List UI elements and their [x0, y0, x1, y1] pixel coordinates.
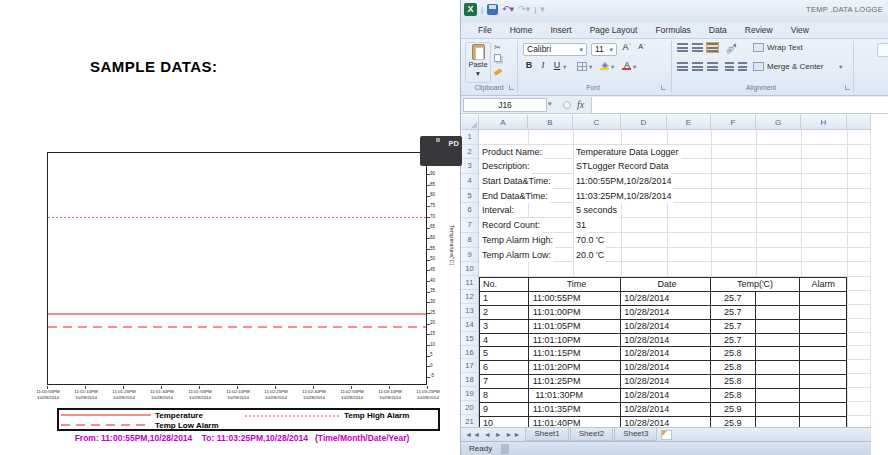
orientation-button[interactable]: ab▾ — [724, 41, 739, 56]
cell-time[interactable]: 11:01:15PM — [529, 347, 622, 360]
row-header[interactable]: 17 — [461, 359, 479, 373]
ribbon-tab[interactable]: Data — [700, 23, 736, 38]
row-header[interactable]: 12 — [461, 290, 479, 304]
insert-worksheet-icon[interactable] — [661, 430, 672, 440]
table-row[interactable]: 5 11:01:15PM 10/28/2014 25.8 — [480, 347, 846, 361]
cell-alarm[interactable] — [800, 389, 846, 402]
cell-time[interactable]: 11:01:00PM — [529, 306, 622, 319]
cell-time[interactable]: 11:01:30PM — [529, 389, 622, 402]
column-header[interactable]: B — [528, 115, 573, 130]
cell-date[interactable]: 10/28/2014 — [621, 334, 711, 347]
format-painter-button[interactable] — [494, 66, 514, 78]
cell-temp[interactable]: 25.8 — [711, 375, 756, 388]
cell-time[interactable]: 11:01:10PM — [529, 334, 622, 347]
cell-empty[interactable] — [756, 334, 801, 347]
cell-temp[interactable]: 25.8 — [711, 361, 756, 374]
font-size-combo[interactable]: 11▾ — [591, 43, 617, 56]
row-header[interactable]: 3 — [461, 159, 479, 174]
row-header[interactable]: 9 — [461, 248, 479, 263]
table-row[interactable]: 6 11:01:20PM 10/28/2014 25.8 — [480, 361, 846, 375]
cell-no[interactable]: 10 — [480, 417, 529, 427]
chevron-down-icon[interactable]: ▾ — [839, 63, 842, 71]
grow-font-button[interactable]: Aʾ — [621, 42, 633, 52]
cell-alarm[interactable] — [800, 292, 846, 305]
row-header[interactable]: 11 — [461, 276, 479, 290]
merge-center-button[interactable]: Merge & Center — [767, 62, 823, 71]
cell-time[interactable]: 11:01:25PM — [529, 375, 622, 388]
select-all-corner[interactable] — [461, 115, 479, 130]
table-row[interactable]: 9 11:01:35PM 10/28/2014 25.9 — [480, 403, 846, 417]
table-row[interactable]: 10 11:01:40PM 10/28/2014 25.9 — [480, 417, 846, 427]
cell-date[interactable]: 10/28/2014 — [621, 361, 711, 374]
row-header[interactable]: 8 — [461, 233, 479, 248]
cell-no[interactable]: 4 — [480, 334, 529, 347]
alignment-dialog-launcher[interactable] — [845, 85, 850, 90]
cell-alarm[interactable] — [800, 320, 846, 333]
underline-button[interactable]: U — [551, 60, 563, 70]
column-header[interactable]: E — [667, 115, 711, 130]
borders-button[interactable] — [577, 62, 587, 71]
ribbon-tab[interactable]: Insert — [541, 23, 580, 38]
cell-temp[interactable]: 25.9 — [711, 403, 756, 416]
ribbon-tab[interactable]: Review — [736, 23, 782, 38]
table-row[interactable]: 1 11:00:55PM 10/28/2014 25.7 — [480, 292, 846, 306]
cell-no[interactable]: 8 — [480, 389, 529, 402]
table-row[interactable]: 7 11:01:25PM 10/28/2014 25.8 — [480, 375, 846, 389]
ribbon-tab[interactable]: Home — [501, 23, 542, 38]
copy-button[interactable] — [494, 54, 514, 66]
cell-date[interactable]: 10/28/2014 — [621, 389, 711, 402]
column-header[interactable]: D — [621, 115, 667, 130]
bottom-align-button[interactable] — [707, 43, 718, 52]
wrap-text-button[interactable]: Wrap Text — [767, 43, 803, 52]
column-header[interactable]: A — [479, 115, 528, 130]
row-header[interactable]: 21 — [461, 415, 479, 427]
worksheet[interactable]: 123456789101112131415161718192021 Pr — [461, 130, 871, 427]
sheet-tab[interactable]: Sheet2 — [570, 428, 613, 441]
row-header[interactable]: 10 — [461, 262, 479, 276]
ribbon-tab[interactable]: File — [469, 23, 501, 38]
cell-time[interactable]: 11:01:35PM — [529, 403, 622, 416]
cell-empty[interactable] — [756, 417, 801, 427]
align-center-button[interactable] — [692, 62, 703, 71]
fill-color-button[interactable]: ◈ — [599, 60, 611, 70]
cell-empty[interactable] — [756, 347, 801, 360]
decrease-indent-button[interactable] — [725, 62, 734, 71]
cell-date[interactable]: 10/28/2014 — [621, 320, 711, 333]
chevron-down-icon[interactable]: ▾ — [633, 63, 636, 71]
cell-no[interactable]: 2 — [480, 306, 529, 319]
middle-align-button[interactable] — [692, 43, 703, 52]
column-header-partial[interactable] — [847, 115, 871, 130]
clipped-ribbon-button[interactable] — [877, 43, 888, 57]
cell-time[interactable]: 11:01:40PM — [529, 417, 622, 427]
cell-temp[interactable]: 25.7 — [711, 292, 756, 305]
cell-date[interactable]: 10/28/2014 — [621, 375, 711, 388]
sheet-nav-buttons[interactable]: ◄◄ ◄ ► ►► — [461, 431, 525, 438]
row-header[interactable]: 5 — [461, 189, 479, 204]
cell-date[interactable]: 10/28/2014 — [621, 417, 711, 427]
cell-empty[interactable] — [756, 375, 801, 388]
formula-input[interactable] — [591, 97, 888, 113]
cell-time[interactable]: 11:00:55PM — [529, 292, 622, 305]
row-header[interactable]: 6 — [461, 203, 479, 218]
row-header[interactable]: 18 — [461, 373, 479, 387]
excel-logo-icon[interactable]: X — [464, 3, 477, 16]
cell-empty[interactable] — [756, 292, 801, 305]
sheet-tab[interactable]: Sheet3 — [614, 428, 657, 441]
cell-alarm[interactable] — [800, 306, 846, 319]
table-row[interactable]: 8 11:01:30PM 10/28/2014 25.8 — [480, 389, 846, 403]
sheet-tab[interactable]: Sheet1 — [525, 428, 568, 441]
row-header[interactable]: 19 — [461, 387, 479, 401]
cell-no[interactable]: 1 — [480, 292, 529, 305]
cell-date[interactable]: 10/28/2014 — [621, 403, 711, 416]
undo-icon[interactable]: ↶▾ — [502, 4, 514, 15]
cell-temp[interactable]: 25.7 — [711, 334, 756, 347]
cell-date[interactable]: 10/28/2014 — [621, 306, 711, 319]
ribbon-tab[interactable]: View — [782, 23, 818, 38]
cell-alarm[interactable] — [800, 347, 846, 360]
clipboard-dialog-launcher[interactable] — [509, 85, 514, 90]
paste-button[interactable]: Paste ▾ — [465, 42, 491, 83]
cell-alarm[interactable] — [800, 417, 846, 427]
cell-date[interactable]: 10/28/2014 — [621, 347, 711, 360]
cell-no[interactable]: 7 — [480, 375, 529, 388]
column-header[interactable]: F — [711, 115, 756, 130]
